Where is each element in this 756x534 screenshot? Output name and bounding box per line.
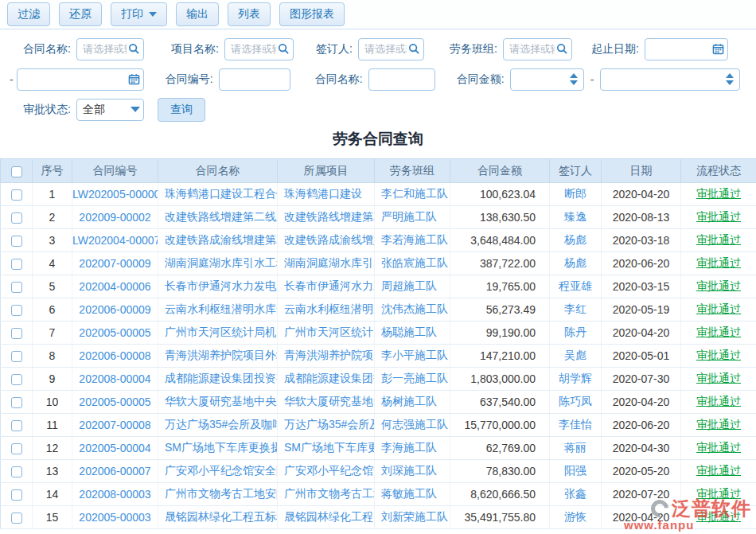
status-link[interactable]: 审批通过 [696, 187, 741, 200]
status-link[interactable]: 审批通过 [696, 279, 741, 292]
row-checkbox[interactable] [11, 397, 22, 408]
signer-cell: 张鑫 [550, 483, 602, 506]
contract-no-input[interactable] [219, 68, 290, 91]
status-link[interactable]: 审批通过 [696, 210, 741, 223]
status-cell: 审批通过 [681, 414, 756, 437]
approval-status-select[interactable]: 全部 [76, 99, 144, 121]
query-button[interactable]: 查询 [158, 98, 205, 122]
status-link[interactable]: 审批通过 [696, 510, 741, 523]
status-cell: 审批通过 [681, 229, 756, 252]
select-all-checkbox[interactable] [11, 166, 22, 177]
search-icon[interactable] [556, 43, 568, 55]
amount-max-input[interactable] [600, 68, 740, 91]
contract-code-link[interactable]: 202005-00005 [72, 391, 158, 414]
chart-report-button[interactable]: 图形报表 [279, 2, 345, 26]
contract-code-link[interactable]: 202009-00002 [72, 206, 158, 229]
calendar-icon[interactable] [712, 43, 724, 55]
reset-button[interactable]: 还原 [59, 2, 102, 26]
step-down-icon[interactable] [570, 80, 578, 85]
status-link[interactable]: 审批通过 [696, 349, 741, 361]
table-row[interactable]: 2202009-00002改建铁路线增建第二线直通改建铁路线增建第二线严明施工队… [1, 206, 756, 229]
status-link[interactable]: 审批通过 [696, 325, 741, 338]
row-checkbox[interactable] [11, 305, 22, 316]
table-row[interactable]: 15202005-00003晟铭园林绿化工程五标段施工晟铭园林绿化工程刘新荣施工… [1, 506, 756, 529]
row-number: 9 [33, 368, 72, 391]
search-icon[interactable] [408, 43, 420, 55]
labor-team-input[interactable]: 请选择或输入 [503, 38, 572, 60]
contract-code-link[interactable]: 202007-00009 [72, 252, 158, 275]
table-row[interactable]: 12202005-00004SM广场地下车库更换摄像头SM广场地下车库更换摄李海… [1, 437, 756, 460]
print-button[interactable]: 打印 [111, 2, 167, 26]
table-row[interactable]: 9202008-00004成都能源建设集团投资有限成都能源建设集团投资彭一亮施工… [1, 368, 756, 391]
status-cell: 审批通过 [681, 460, 756, 483]
row-checkbox[interactable] [11, 420, 22, 431]
contract-code-link[interactable]: LW202004-00007 [72, 229, 158, 252]
contract-name2-input[interactable] [368, 68, 435, 91]
row-checkbox[interactable] [11, 513, 22, 524]
table-row[interactable]: 14202008-00003广州市文物考古工地安防工程广州市文物考古工地蒋敏施工… [1, 483, 756, 506]
table-row[interactable]: 1LW202005-00000珠海鹤港口建设工程合作协议珠海鹤港口建设李仁和施工… [1, 183, 756, 206]
row-number: 7 [33, 322, 72, 345]
search-icon[interactable] [278, 43, 290, 55]
table-row[interactable]: 7202005-00005广州市天河区统计局机房改造广州市天河区统计局杨聪施工队… [1, 322, 756, 345]
step-up-icon[interactable] [570, 73, 578, 78]
project-name-label: 项目名称: [144, 42, 224, 57]
row-checkbox[interactable] [11, 259, 22, 270]
contract-name-input[interactable]: 请选择或输入 [76, 38, 144, 60]
export-button[interactable]: 输出 [176, 2, 219, 26]
row-checkbox[interactable] [11, 374, 22, 385]
row-checkbox[interactable] [11, 189, 22, 201]
row-checkbox[interactable] [11, 443, 22, 454]
calendar-icon[interactable] [128, 73, 140, 85]
contract-code-link[interactable]: 202008-00003 [72, 483, 158, 506]
project-name-input[interactable]: 请选择或输入 [224, 38, 294, 60]
status-link[interactable]: 审批通过 [696, 372, 741, 384]
contract-code-link[interactable]: 202005-00003 [72, 506, 158, 529]
table-row[interactable]: 13202006-00007广安邓小平纪念馆安全防范广安邓小平纪念馆安全刘琛施工… [1, 460, 756, 483]
status-link[interactable]: 审批通过 [696, 441, 741, 454]
row-checkbox[interactable] [11, 466, 22, 477]
status-link[interactable]: 审批通过 [696, 256, 741, 269]
contract-code-link[interactable]: 202005-00004 [72, 437, 158, 460]
table-row[interactable]: 10202005-00005华软大厦研究基地中央空调华软大厦研究基地中央杨树施工… [1, 391, 756, 414]
project-cell: 广州市天河区统计局 [278, 322, 375, 345]
search-icon[interactable] [128, 43, 140, 55]
contract-code-link[interactable]: 202007-00008 [72, 414, 158, 437]
table-row[interactable]: 11202007-00008万达广场35#会所及咖啡厅万达广场35#会所及咖何志… [1, 414, 756, 437]
table-row[interactable]: 4202007-00009湖南洞庭湖水库引水工程施工湖南洞庭湖水库引水张皓宸施工… [1, 252, 756, 275]
step-down-icon[interactable] [726, 80, 734, 85]
row-checkbox[interactable] [11, 282, 22, 293]
status-link[interactable]: 审批通过 [696, 233, 741, 246]
row-checkbox[interactable] [11, 328, 22, 339]
status-link[interactable]: 审批通过 [696, 464, 741, 477]
status-link[interactable]: 审批通过 [696, 487, 741, 500]
step-up-icon[interactable] [726, 73, 734, 78]
status-link[interactable]: 审批通过 [696, 418, 741, 431]
table-row[interactable]: 3LW202004-00007改建铁路成渝线增建第二线改建铁路成渝线增建第李若海… [1, 229, 756, 252]
row-checkbox[interactable] [11, 489, 22, 501]
contract-code-link[interactable]: 202004-00006 [72, 275, 158, 298]
contract-code-link[interactable]: LW202005-00000 [72, 183, 158, 206]
contract-code-link[interactable]: 202008-00004 [72, 368, 158, 391]
row-checkbox[interactable] [11, 212, 22, 224]
table-row[interactable]: 6202006-00009云南水利枢纽潜明水库一期云南水利枢纽潜明水库沈伟杰施工… [1, 298, 756, 322]
status-link[interactable]: 审批通过 [696, 302, 741, 315]
status-link[interactable]: 审批通过 [696, 395, 741, 407]
signer-input[interactable]: 请选择或输入 [358, 38, 424, 60]
number-stepper[interactable] [726, 73, 736, 85]
filter-button[interactable]: 过滤 [7, 2, 50, 26]
table-row[interactable]: 5202004-00006长春市伊通河水力发电厂工程长春市伊通河水力发电周超施工… [1, 275, 756, 298]
row-checkbox[interactable] [11, 351, 22, 362]
number-stepper[interactable] [570, 73, 580, 85]
row-checkbox[interactable] [11, 236, 22, 247]
table-row[interactable]: 8202006-00008青海洪湖养护院项目外墙装饰青海洪湖养护院项目李小平施工… [1, 345, 756, 368]
contract-code-link[interactable]: 202006-00007 [72, 460, 158, 483]
list-view-button[interactable]: 列表 [228, 2, 271, 26]
amount-min-input[interactable] [510, 68, 584, 91]
date-end-input[interactable] [17, 68, 144, 91]
date-start-input[interactable] [645, 38, 728, 60]
contract-name-cell: 华软大厦研究基地中央空调 [158, 391, 278, 414]
contract-code-link[interactable]: 202006-00009 [72, 298, 158, 322]
contract-code-link[interactable]: 202006-00008 [72, 345, 158, 368]
contract-code-link[interactable]: 202005-00005 [72, 322, 158, 345]
